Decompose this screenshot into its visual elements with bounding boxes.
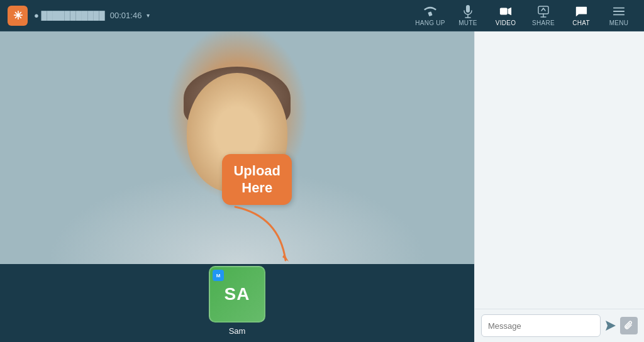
video-icon	[499, 5, 512, 18]
topbar: ✳ ● ███████████ 00:01:46 ▾ HANG UP	[0, 0, 644, 31]
share-label: SHARE	[532, 19, 555, 26]
svg-marker-13	[606, 321, 616, 331]
menu-icon	[613, 5, 625, 18]
video-label: VIDEO	[496, 19, 516, 26]
mute-icon	[462, 5, 474, 18]
self-name: Sam	[229, 326, 246, 336]
chat-button[interactable]: CHAT	[564, 1, 599, 30]
hangup-button[interactable]: HANG UP	[413, 1, 448, 30]
chat-label: CHAT	[572, 19, 590, 26]
menu-button[interactable]: MENU	[601, 1, 636, 30]
attach-button[interactable]	[620, 316, 638, 336]
call-info: ● ███████████ 00:01:46 ▾	[34, 11, 150, 20]
message-input[interactable]	[481, 314, 601, 337]
chat-messages	[475, 31, 644, 309]
svg-rect-6	[538, 6, 548, 14]
avatar-badge: M	[213, 270, 224, 281]
person-face	[180, 67, 294, 205]
svg-rect-0	[428, 11, 432, 16]
mute-button[interactable]: MUTE	[450, 1, 486, 30]
main-video-feed	[0, 31, 474, 264]
svg-rect-4	[500, 8, 508, 14]
app-logo: ✳	[8, 6, 28, 26]
call-timer: 00:01:46	[110, 11, 142, 20]
main-content: M SA Sam Upload Here	[0, 31, 644, 342]
chat-input-area	[475, 309, 644, 342]
self-avatar: M SA	[209, 266, 265, 323]
chat-icon	[575, 5, 587, 18]
topbar-right: HANG UP MUTE VIDEO	[413, 1, 636, 30]
topbar-left: ✳ ● ███████████ 00:01:46 ▾	[8, 6, 150, 26]
dropdown-arrow-icon[interactable]: ▾	[147, 12, 150, 19]
menu-label: MENU	[609, 19, 629, 26]
share-icon	[537, 5, 550, 18]
self-view: M SA Sam	[209, 266, 265, 342]
svg-marker-5	[508, 7, 511, 15]
call-number: ● ███████████	[34, 11, 105, 20]
face	[187, 73, 287, 192]
hangup-icon	[424, 5, 436, 18]
svg-rect-1	[466, 5, 470, 13]
video-button[interactable]: VIDEO	[488, 1, 523, 30]
share-button[interactable]: SHARE	[526, 1, 561, 30]
video-area: M SA Sam Upload Here	[0, 31, 474, 342]
send-button[interactable]	[604, 316, 616, 336]
mute-label: MUTE	[458, 19, 477, 26]
paperclip-icon	[620, 317, 638, 334]
chat-panel	[474, 31, 644, 342]
avatar-initials: SA	[225, 284, 250, 304]
hangup-label: HANG UP	[415, 19, 445, 26]
